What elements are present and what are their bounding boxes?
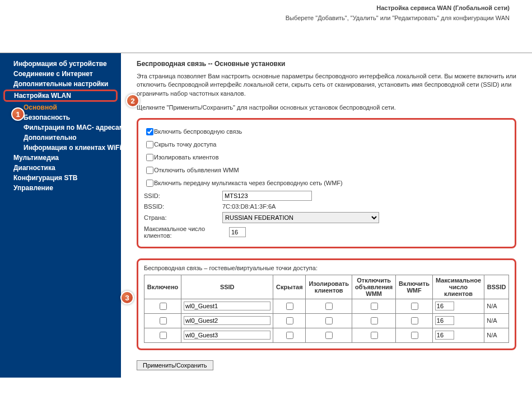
sidebar-item-internet[interactable]: Соединение с Интернет [0,69,121,79]
guest-enabled-checkbox[interactable] [160,332,167,339]
page-description-2: Щелкните "Применить/Сохранить" для настр… [137,103,516,112]
isolate-clients-label: Изолировать клиентов [154,154,509,161]
country-select[interactable]: RUSSIAN FEDERATION [222,212,379,223]
guest-nowmm-checkbox[interactable] [371,332,378,339]
col-bssid: BSSID [484,275,509,299]
sidebar-item-management[interactable]: Управление [0,183,121,193]
col-nowmm: Отключить объявления WMM [352,275,396,299]
bssid-label: BSSID: [144,203,222,210]
sidebar-item-deviceinfo[interactable]: Информация об устройстве [0,59,121,69]
guest-isolate-checkbox[interactable] [325,303,333,310]
basic-settings-group: Включить беспроводную связь Скрыть точку… [137,118,516,248]
col-wmf: Включить WMF [396,275,433,299]
guest-isolate-checkbox[interactable] [325,332,333,339]
maxclients-label: Максимальное число клиентов: [144,225,229,239]
table-row: N/A [144,328,509,342]
isolate-clients-checkbox[interactable] [146,154,153,161]
callout-badge-2: 2 [126,94,139,107]
guest-ssid-input[interactable] [184,302,270,310]
guest-bssid-value: N/A [484,328,509,342]
country-label: Страна: [144,214,222,221]
enable-wmf-checkbox[interactable] [146,180,153,187]
guest-wmf-checkbox[interactable] [411,317,418,324]
sidebar-subitem-macfilter[interactable]: Фильтрация по MAC- адресам [0,123,121,133]
guest-hidden-checkbox[interactable] [286,317,293,324]
table-row: N/A [144,299,509,313]
content: Беспроводная связь -- Основные установки… [121,53,532,378]
guest-bssid-value: N/A [484,299,509,313]
header-title: Настройка сервиса WAN (Глобальной сети) [0,4,510,11]
guest-wmf-checkbox[interactable] [411,303,418,310]
guest-hidden-checkbox[interactable] [286,332,293,339]
sidebar-subitem-advanced[interactable]: Дополнительно [0,133,121,143]
callout-badge-3: 3 [120,291,134,304]
table-row: N/A [144,313,509,328]
guest-networks-group: Беспроводная связь – гостевые/виртуальны… [137,258,516,350]
enable-wmf-label: Включить передачу мультикаста через бесп… [154,180,509,186]
guest-hidden-checkbox[interactable] [286,303,293,310]
guest-isolate-checkbox[interactable] [325,317,333,324]
guest-section-title: Беспроводная связь – гостевые/виртуальны… [144,265,509,271]
apply-save-button[interactable]: Применить/Сохранить [137,360,213,370]
callout-badge-1: 1 [11,107,25,121]
guest-maxclients-input[interactable] [435,331,454,340]
guest-maxclients-input[interactable] [435,316,454,325]
enable-wireless-checkbox[interactable] [146,128,153,135]
guest-table: Включено SSID Скрытая Изолировать клиент… [144,275,509,343]
header-subtitle: Выберете "Добавить", "Удалить" или "Реда… [0,15,510,21]
header: Настройка сервиса WAN (Глобальной сети) … [0,0,532,53]
hide-ap-checkbox[interactable] [146,141,153,148]
guest-enabled-checkbox[interactable] [160,303,167,310]
sidebar-item-wlan[interactable]: Настройка WLAN [3,90,118,102]
guest-nowmm-checkbox[interactable] [371,303,378,310]
guest-wmf-checkbox[interactable] [411,332,418,339]
sidebar-item-advanced[interactable]: Дополнительные настройки [0,79,121,89]
sidebar-subitem-wificlients[interactable]: Информация о клиентах WiFi [0,143,121,153]
page-title: Беспроводная связь -- Основные установки [137,60,516,68]
col-isolate: Изолировать клиентов [306,275,352,299]
sidebar: Информация об устройстве Соединение с Ин… [0,53,121,378]
guest-enabled-checkbox[interactable] [160,317,167,324]
ssid-label: SSID: [144,192,222,199]
col-enabled: Включено [144,275,181,299]
col-ssid: SSID [181,275,273,299]
guest-maxclients-input[interactable] [435,302,454,310]
ssid-input[interactable] [222,191,312,201]
page-description-1: Эта страница позволяет Вам настроить осн… [137,72,516,98]
sidebar-item-multimedia[interactable]: Мультимедиа [0,153,121,163]
guest-ssid-input[interactable] [184,331,270,340]
guest-nowmm-checkbox[interactable] [371,317,378,324]
col-maxclients: Максимальное число клиентов [432,275,484,299]
disable-wmm-label: Отключить объявления WMM [154,167,509,173]
guest-ssid-input[interactable] [184,316,270,325]
bssid-value: 7С:03:D8:A1:3F:6A [222,203,276,210]
col-hidden: Скрытая [273,275,306,299]
hide-ap-label: Скрыть точку доступа [154,141,509,148]
disable-wmm-checkbox[interactable] [146,167,153,174]
sidebar-item-diagnostics[interactable]: Диагностика [0,163,121,173]
sidebar-item-stbconfig[interactable]: Конфигурация STB [0,173,121,183]
enable-wireless-label: Включить беспроводную связь [154,128,509,135]
guest-bssid-value: N/A [484,313,509,328]
maxclients-input[interactable] [229,227,246,237]
